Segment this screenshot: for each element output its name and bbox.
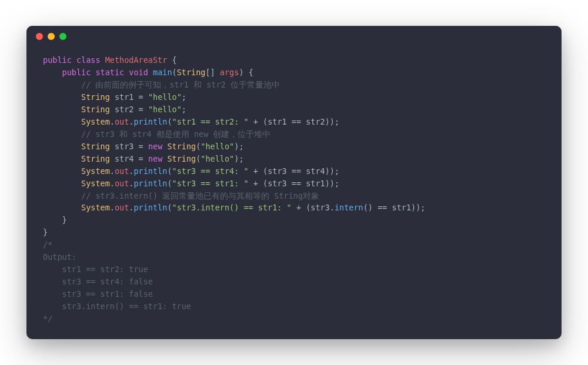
output-line: str3.intern() == str1: true (43, 302, 191, 311)
brackets: [] (205, 68, 215, 77)
plus: + (253, 117, 258, 126)
var-str3: str3 (310, 203, 330, 212)
var-str3: str3 (115, 142, 134, 151)
assign: = (139, 154, 143, 163)
var-str4: str4 (115, 154, 134, 163)
semi: ; (182, 105, 186, 114)
assign: = (139, 105, 143, 114)
type-string: String (81, 142, 110, 151)
type-string: String (81, 105, 110, 114)
kw-static: static (95, 68, 124, 77)
brace: } (62, 215, 67, 225)
field-out: out (115, 179, 129, 188)
paren: ( (167, 117, 172, 126)
var-str3: str3 (268, 166, 287, 176)
kw-class: class (76, 55, 101, 65)
type-system: System (81, 203, 110, 212)
kw-public: public (43, 55, 72, 65)
var-str1: str1 (268, 117, 287, 126)
field-out: out (115, 203, 129, 212)
block-comment-open: /* (43, 240, 52, 249)
field-out: out (115, 117, 129, 126)
brace: } (43, 227, 48, 237)
str-hello: "hello" (148, 92, 182, 102)
str-msg31: "str3 == str1: " (172, 179, 249, 188)
parens: () (363, 203, 373, 212)
output-line: str3 == str1: false (43, 289, 153, 299)
var-str4: str4 (306, 166, 325, 176)
type-system: System (81, 166, 110, 176)
class-name: MethodAreaStr (105, 55, 168, 65)
close-icon[interactable] (36, 33, 43, 40)
paren: ( (263, 166, 268, 176)
var-str1: str1 (115, 92, 134, 102)
type-string: String (81, 92, 110, 102)
type-system: System (81, 179, 110, 188)
paren: ( (172, 68, 177, 77)
semi: ; (182, 92, 186, 102)
dot: . (110, 203, 115, 212)
eqeq: == (377, 203, 387, 212)
fn-println: println (133, 117, 167, 126)
type-system: System (81, 117, 110, 126)
str-hello: "hello" (201, 154, 234, 163)
dot: . (110, 117, 115, 126)
parens-semi: )); (325, 117, 339, 126)
kw-new: new (148, 142, 162, 151)
str-msg34: "str3 == str4: " (172, 166, 249, 176)
output-line: str3 == str4: false (43, 277, 153, 286)
paren: ( (167, 203, 172, 212)
block-comment-close: */ (43, 314, 52, 323)
kw-new: new (148, 154, 162, 163)
str-hello: "hello" (201, 142, 234, 151)
eqeq: == (292, 179, 301, 188)
str-hello: "hello" (148, 105, 182, 114)
comment-line: // 由前面的例子可知，str1 和 str2 位于常量池中 (81, 80, 280, 89)
fn-println: println (133, 203, 167, 212)
eqeq: == (292, 166, 301, 176)
var-str1: str1 (392, 203, 412, 212)
comment-line: // str3 和 str4 都是使用 new 创建，位于堆中 (81, 129, 270, 139)
paren: ( (167, 166, 172, 176)
var-str2: str2 (115, 105, 134, 114)
type-string: String (167, 154, 196, 163)
var-str1: str1 (306, 179, 325, 188)
paren-brace: ) { (239, 68, 253, 77)
fn-main: main (153, 68, 172, 77)
comment-line: // str3.intern() 返回常量池已有的与其相等的 String对象 (81, 191, 319, 200)
parens-semi: )); (325, 179, 339, 188)
dot: . (110, 166, 115, 176)
minimize-icon[interactable] (48, 33, 55, 40)
assign: = (139, 142, 143, 151)
fn-println: println (133, 166, 167, 176)
dot: . (330, 203, 335, 212)
paren: ( (167, 179, 172, 188)
brace: { (172, 55, 177, 65)
type-string: String (81, 154, 110, 163)
type-string: String (167, 142, 196, 151)
output-line: str1 == str2: true (43, 264, 148, 274)
fn-intern: intern (335, 203, 363, 212)
dot: . (110, 179, 115, 188)
var-str3: str3 (268, 179, 287, 188)
maximize-icon[interactable] (59, 33, 66, 40)
code-block: public class MethodAreaStr { public stat… (26, 47, 562, 339)
code-window: public class MethodAreaStr { public stat… (26, 26, 562, 339)
parens-semi: )); (411, 203, 425, 212)
type-string: String (177, 68, 206, 77)
plus: + (296, 203, 301, 212)
var-str2: str2 (306, 117, 325, 126)
parens-semi: )); (325, 166, 339, 176)
titlebar (26, 26, 562, 47)
plus: + (253, 179, 258, 188)
kw-public: public (62, 68, 91, 77)
eqeq: == (292, 117, 301, 126)
paren: ( (263, 117, 268, 126)
param-args: args (220, 68, 239, 77)
fn-println: println (133, 179, 167, 188)
str-msg-intern: "str3.intern() == str1: " (172, 203, 292, 212)
output-label: Output: (43, 252, 76, 262)
paren-semi: ); (234, 142, 243, 151)
paren-semi: ); (234, 154, 243, 163)
str-msg12: "str1 == str2: " (172, 117, 249, 126)
